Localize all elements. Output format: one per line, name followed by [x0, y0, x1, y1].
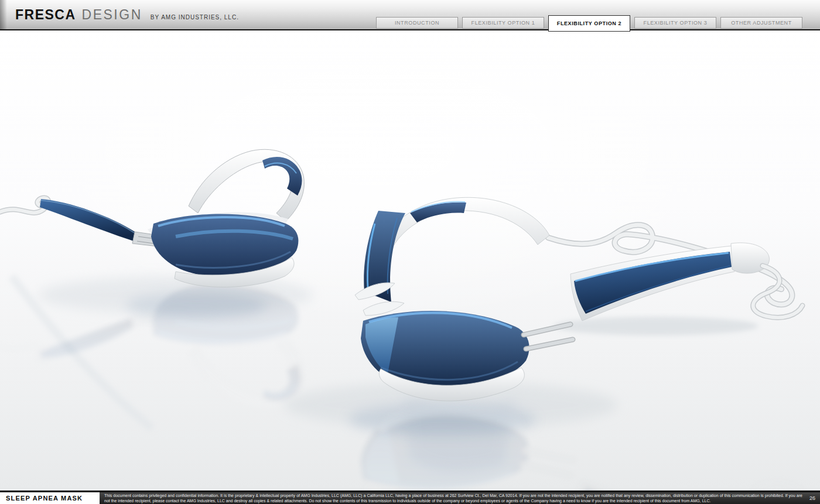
tab-introduction[interactable]: INTRODUCTION	[376, 17, 458, 29]
disclaimer-bar: This document contains privileged and co…	[100, 492, 820, 504]
tab-other-adjustment[interactable]: OTHER ADJUSTMENT	[720, 17, 802, 29]
brand-byline: BY AMG INDUSTRIES, LLC.	[151, 14, 239, 20]
header-bar: FRESCA DESIGN BY AMG INDUSTRIES, LLC. IN…	[0, 0, 820, 30]
tab-flexibility-option-1[interactable]: FLEXIBILITY OPTION 1	[462, 17, 544, 29]
mask-left	[0, 149, 304, 287]
render-stage	[0, 30, 820, 491]
brand-name-secondary: DESIGN	[82, 7, 142, 23]
tab-bar: INTRODUCTION FLEXIBILITY OPTION 1 FLEXIB…	[376, 15, 802, 29]
disclaimer-text: This document contains privileged and co…	[100, 492, 808, 504]
product-title: SLEEP APNEA MASK	[0, 492, 100, 504]
tab-flexibility-option-2[interactable]: FLEXIBILITY OPTION 2	[548, 15, 630, 32]
tab-flexibility-option-3[interactable]: FLEXIBILITY OPTION 3	[634, 17, 716, 29]
brand-name-primary: FRESCA	[15, 7, 76, 23]
right-mask-headband-accent	[410, 203, 466, 222]
mask-right	[355, 197, 802, 401]
left-mask-temple-arm	[40, 199, 138, 242]
design-document-page: FRESCA DESIGN BY AMG INDUSTRIES, LLC. IN…	[0, 0, 820, 504]
footer-bar: SLEEP APNEA MASK This document contains …	[0, 491, 820, 504]
sleep-apnea-mask-render	[0, 30, 820, 491]
page-number: 26	[808, 495, 820, 501]
brand: FRESCA DESIGN BY AMG INDUSTRIES, LLC.	[0, 7, 239, 23]
